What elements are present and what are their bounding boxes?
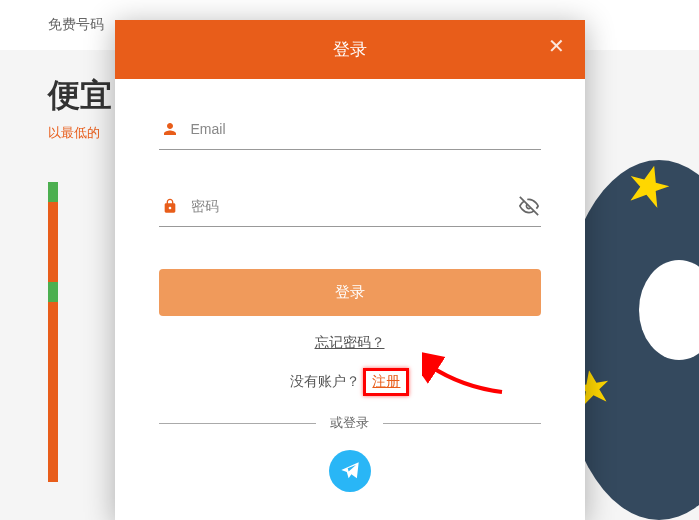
top-nav-item[interactable]: 免费号码 bbox=[48, 16, 104, 32]
forgot-password-link[interactable]: 忘记密码？ bbox=[159, 334, 541, 352]
close-icon: ✕ bbox=[548, 34, 565, 58]
user-icon bbox=[159, 120, 181, 138]
signup-link[interactable]: 注册 bbox=[363, 368, 409, 396]
divider-text: 或登录 bbox=[316, 414, 383, 432]
login-button[interactable]: 登录 bbox=[159, 269, 541, 316]
lock-icon bbox=[159, 198, 181, 214]
divider-row: 或登录 bbox=[159, 414, 541, 432]
email-input[interactable] bbox=[181, 117, 541, 141]
login-modal: 登录 ✕ 登录 忘记密码？ bbox=[115, 20, 585, 520]
telegram-icon bbox=[339, 460, 361, 482]
email-input-row bbox=[159, 109, 541, 150]
modal-body: 登录 忘记密码？ 没有账户？ 注册 或登录 bbox=[115, 79, 585, 520]
toggle-password-visibility[interactable] bbox=[517, 196, 541, 216]
decorative-color-bar bbox=[48, 182, 58, 482]
no-account-text: 没有账户？ bbox=[290, 373, 360, 389]
modal-header: 登录 ✕ bbox=[115, 20, 585, 79]
password-input[interactable] bbox=[181, 194, 517, 218]
eye-off-icon bbox=[519, 196, 539, 216]
close-button[interactable]: ✕ bbox=[545, 34, 569, 58]
divider-line bbox=[383, 423, 541, 424]
password-input-row bbox=[159, 186, 541, 227]
divider-line bbox=[159, 423, 317, 424]
telegram-login-button[interactable] bbox=[329, 450, 371, 492]
social-login-row bbox=[159, 450, 541, 492]
modal-title: 登录 bbox=[333, 40, 367, 59]
signup-row: 没有账户？ 注册 bbox=[159, 368, 541, 396]
